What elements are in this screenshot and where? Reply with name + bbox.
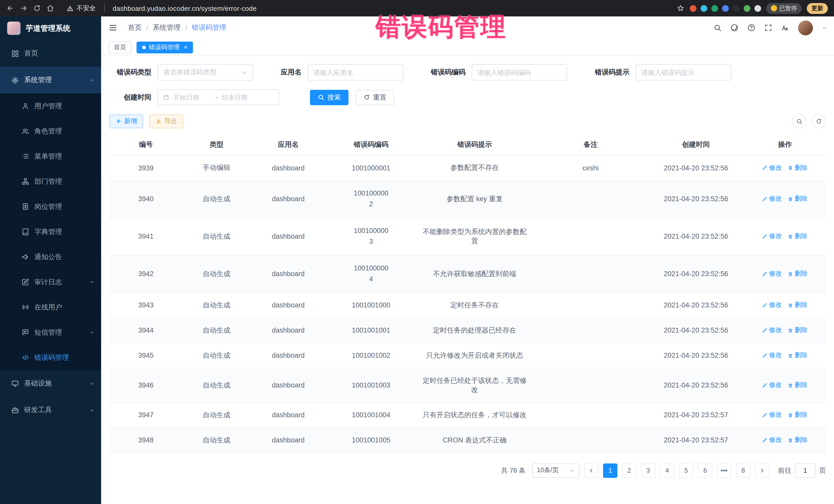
github-icon[interactable] [730, 24, 739, 32]
forward-icon[interactable] [20, 4, 28, 12]
back-icon[interactable] [6, 4, 14, 12]
error-code-input[interactable] [477, 68, 562, 76]
delete-link[interactable]: 删除 [788, 301, 808, 309]
sidebar-item[interactable]: 审计日志 [0, 269, 101, 294]
sidebar-item[interactable]: 岗位管理 [0, 194, 101, 219]
user-avatar[interactable] [798, 20, 813, 35]
cell-remark [533, 180, 648, 218]
page-button[interactable]: 6 [698, 463, 712, 478]
paused-badge[interactable]: 已暂停 [766, 3, 802, 14]
page-button[interactable]: 8 [736, 463, 750, 478]
chevron-down-icon[interactable] [822, 25, 827, 30]
page-button[interactable]: ••• [717, 463, 731, 478]
sidebar-item[interactable]: 角色管理 [0, 118, 101, 144]
close-tab-icon[interactable]: × [184, 44, 187, 50]
bookmark-star-icon[interactable] [676, 4, 684, 12]
cell-hint: 定时任务的处理器已经存在 [416, 318, 533, 343]
sidebar-item[interactable]: 部门管理 [0, 169, 101, 194]
delete-link[interactable]: 删除 [788, 326, 808, 335]
app-name-input[interactable] [313, 68, 397, 76]
page-button[interactable]: 1 [603, 463, 617, 478]
hamburger-icon[interactable] [108, 23, 117, 32]
font-size-icon[interactable] [781, 24, 789, 32]
edit-link[interactable]: 修改 [762, 195, 782, 203]
search-icon[interactable] [714, 24, 722, 32]
next-page-button[interactable] [755, 463, 769, 478]
sidebar-item[interactable]: 用户管理 [0, 93, 101, 118]
reload-icon[interactable] [33, 4, 41, 12]
sidebar-item[interactable]: 错误码管理 [0, 345, 101, 370]
delete-link[interactable]: 删除 [788, 269, 808, 278]
sidebar-item[interactable]: 研发工具 [0, 397, 101, 423]
page-button[interactable]: 4 [660, 463, 674, 478]
table-search-button[interactable] [792, 114, 806, 128]
home-icon[interactable] [46, 4, 54, 12]
error-hint-input[interactable] [641, 68, 725, 76]
delete-link[interactable]: 删除 [788, 351, 808, 360]
sidebar-item[interactable]: 首页 [0, 40, 101, 67]
delete-link[interactable]: 删除 [788, 381, 808, 390]
sidebar-item[interactable]: 系统管理 [0, 67, 101, 93]
page-size-select[interactable]: 10条/页 [532, 463, 579, 478]
fullscreen-icon[interactable] [764, 24, 772, 32]
end-date-input[interactable] [222, 94, 260, 101]
cell-type: 手动编辑 [182, 155, 250, 180]
cell-code: 1001001004 [326, 402, 416, 428]
breadcrumb-item[interactable]: 首页 [128, 23, 142, 32]
sidebar-item[interactable]: 字典管理 [0, 219, 101, 244]
add-button[interactable]: 新增 [109, 114, 143, 128]
sidebar-item[interactable]: 菜单管理 [0, 144, 101, 169]
cell-code: 1001001003 [326, 368, 416, 402]
page-tab[interactable]: 首页 [108, 41, 132, 53]
delete-link[interactable]: 删除 [788, 195, 808, 203]
sidebar-item[interactable]: 短信管理 [0, 320, 101, 345]
date-range-picker[interactable]: - [158, 89, 279, 105]
extension-icon[interactable] [689, 5, 696, 12]
extension-icon[interactable] [722, 5, 728, 12]
sidebar-item[interactable]: 基础设施 [0, 370, 101, 397]
page-button[interactable]: 5 [679, 463, 694, 478]
page-button[interactable]: 2 [622, 463, 636, 478]
security-indicator[interactable]: 不安全 [67, 4, 96, 13]
goto-page-input[interactable] [795, 463, 815, 478]
cell-time: 2021-04-20 23:52:57 [648, 428, 744, 453]
extension-icon[interactable] [733, 5, 739, 12]
app-logo-row[interactable]: 芋道管理系统 [0, 17, 101, 40]
page-tab[interactable]: 错误码管理× [136, 41, 193, 53]
url-text[interactable]: dashboard.yudao.iocoder.cn/system/error-… [113, 4, 257, 12]
table-refresh-button[interactable] [811, 114, 826, 128]
prev-page-button[interactable] [584, 463, 598, 478]
breadcrumb-item[interactable]: 系统管理 [153, 23, 181, 32]
extension-icon[interactable] [754, 5, 761, 12]
export-button[interactable]: 导出 [149, 114, 183, 128]
update-button[interactable]: 更新 [807, 3, 828, 14]
edit-link[interactable]: 修改 [762, 269, 782, 278]
extension-icon[interactable] [711, 5, 718, 12]
edit-link[interactable]: 修改 [762, 232, 782, 241]
edit-link[interactable]: 修改 [762, 436, 782, 444]
delete-link[interactable]: 删除 [788, 163, 808, 172]
cell-time: 2021-04-20 23:52:56 [648, 368, 744, 402]
edit-link[interactable]: 修改 [762, 411, 782, 419]
edit-link[interactable]: 修改 [762, 351, 782, 360]
edit-link[interactable]: 修改 [762, 381, 782, 390]
search-button[interactable]: 搜索 [310, 90, 349, 105]
delete-link[interactable]: 删除 [788, 436, 808, 444]
edit-link[interactable]: 修改 [762, 301, 782, 309]
page-button[interactable]: 3 [641, 463, 655, 478]
breadcrumb-item[interactable]: 错误码管理 [192, 23, 226, 32]
edit-link[interactable]: 修改 [762, 163, 782, 172]
screenshot-root: 不安全 dashboard.yudao.iocoder.cn/system/er… [0, 0, 834, 504]
extension-icon[interactable] [700, 5, 707, 12]
reset-button[interactable]: 重置 [356, 90, 394, 105]
error-type-select[interactable]: 请选择错误码类型 [158, 64, 253, 81]
cell-hint: CRON 表达式不正确 [416, 428, 533, 453]
sidebar-item[interactable]: 通知公告 [0, 244, 101, 269]
edit-link[interactable]: 修改 [762, 326, 782, 335]
delete-link[interactable]: 删除 [788, 232, 808, 241]
help-icon[interactable] [747, 24, 755, 32]
extension-icon[interactable] [743, 5, 750, 12]
delete-link[interactable]: 删除 [788, 411, 808, 419]
sidebar-item[interactable]: 在线用户 [0, 294, 101, 320]
start-date-input[interactable] [174, 94, 212, 101]
